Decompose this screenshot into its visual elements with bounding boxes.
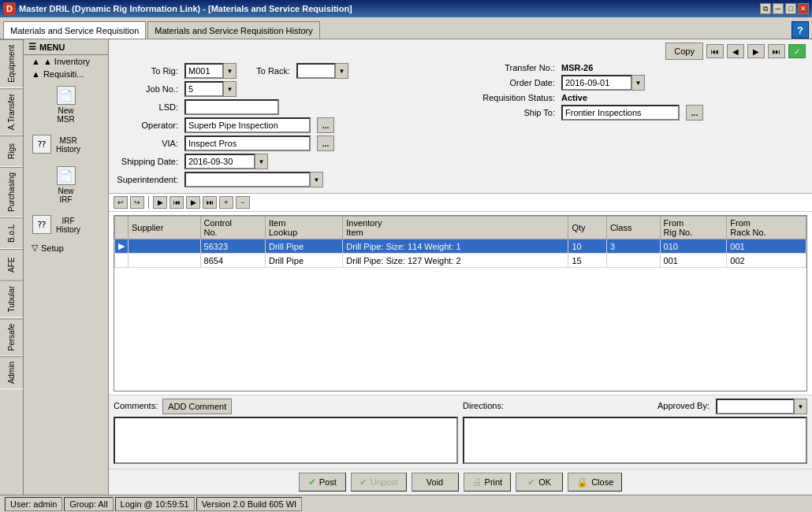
maximize-button[interactable]: □ <box>785 3 796 14</box>
tab-msr[interactable]: Materials and Service Requisition <box>3 21 146 39</box>
vtab-afe[interactable]: AFE <box>0 249 23 280</box>
post-button[interactable]: ✔ Post <box>299 473 346 492</box>
table-nav-next[interactable]: ▶ <box>186 196 200 209</box>
row-supplier[interactable] <box>129 239 201 254</box>
shipping-date-row: Shipping Date: ▼ <box>115 154 453 169</box>
nav-first-button[interactable]: ⏮ <box>706 44 724 58</box>
table-nav-first[interactable]: ⏮ <box>169 196 184 209</box>
operator-input[interactable] <box>184 117 311 133</box>
superintendent-dropdown[interactable]: ▼ <box>184 172 323 187</box>
ship-to-ellipsis-btn[interactable]: ... <box>686 105 703 121</box>
superintendent-dropdown-btn[interactable]: ▼ <box>311 172 323 187</box>
sidebar-item-setup[interactable]: ▽ Setup <box>24 241 108 254</box>
superintendent-row: Superintendent: ▼ <box>115 172 453 187</box>
sidebar-irf-history[interactable]: ⁇ IRFHistory <box>27 211 105 239</box>
row-control-no[interactable]: 8654 <box>200 254 265 268</box>
vtab-atransfer[interactable]: A.Transfer <box>0 88 23 135</box>
approved-by-input[interactable] <box>716 399 795 414</box>
print-button[interactable]: 🖨 Print <box>464 473 512 492</box>
to-rig-dropdown[interactable]: ▼ <box>184 63 237 79</box>
directions-textarea[interactable] <box>463 417 807 464</box>
collapse-icon2: ▲ <box>32 69 40 79</box>
unpost-label: Unpost <box>371 477 398 487</box>
table-nav-prev[interactable]: ▶ <box>153 196 167 209</box>
to-rack-input[interactable] <box>296 63 336 79</box>
row-item-lookup[interactable]: Drill Pipe <box>265 239 342 254</box>
job-no-dropdown-btn[interactable]: ▼ <box>224 81 237 97</box>
table-nav-remove[interactable]: − <box>236 196 250 209</box>
table-nav-add[interactable]: + <box>219 196 233 209</box>
vtab-persafe[interactable]: Persafe <box>0 318 23 356</box>
unpost-button[interactable]: ✔ Unpost <box>351 473 407 492</box>
table-nav-undo[interactable]: ↩ <box>114 196 128 209</box>
vtab-admin[interactable]: Admin <box>0 356 23 389</box>
order-date-input[interactable] <box>561 75 632 91</box>
to-rig-input[interactable] <box>184 63 224 79</box>
row-inventory-item[interactable]: Drill Pipe: Size: 114 Weight: 1 <box>343 239 568 254</box>
lsd-input[interactable] <box>184 99 279 115</box>
row-from-rig[interactable]: 010 <box>660 239 727 254</box>
sidebar-new-irf[interactable]: 📄 NewIRF <box>27 162 105 208</box>
to-rig-dropdown-btn[interactable]: ▼ <box>224 63 237 79</box>
add-comment-button[interactable]: ADD Comment <box>162 399 232 414</box>
shipping-date-dropdown-btn[interactable]: ▼ <box>255 154 268 169</box>
sidebar-item-requisiti[interactable]: ▲ Requisiti... <box>24 68 108 80</box>
row-qty[interactable]: 10 <box>568 239 606 254</box>
row-from-rig[interactable]: 001 <box>660 254 727 268</box>
vtab-purchasing[interactable]: Purchasing <box>0 167 23 217</box>
row-class[interactable] <box>606 254 660 268</box>
minimize-button[interactable]: ─ <box>773 3 784 14</box>
row-from-rack[interactable]: 002 <box>727 254 806 268</box>
help-button[interactable]: ? <box>792 21 809 39</box>
nav-prev-button[interactable]: ◀ <box>727 44 744 58</box>
row-qty[interactable]: 15 <box>568 254 606 268</box>
nav-next-button[interactable]: ▶ <box>747 44 765 58</box>
row-inventory-item[interactable]: Drill Pipe: Size: 127 Weight: 2 <box>343 254 568 268</box>
approved-by-dropdown[interactable]: ▼ <box>716 399 807 414</box>
job-no-input[interactable] <box>184 81 224 97</box>
row-from-rack[interactable]: 001 <box>727 239 806 254</box>
post-icon: ✔ <box>308 477 316 488</box>
vtab-tubular[interactable]: Tubular <box>0 280 23 318</box>
approved-by-dropdown-btn[interactable]: ▼ <box>795 399 807 414</box>
void-button[interactable]: Void <box>412 473 459 492</box>
table-nav-redo[interactable]: ↪ <box>130 196 144 209</box>
window-controls[interactable]: ⧉ ─ □ ✕ <box>760 3 809 14</box>
sidebar-msr-history[interactable]: ⁇ MSRHistory <box>27 131 105 159</box>
vtab-equipment[interactable]: Equipment <box>0 39 23 88</box>
sidebar-item-inventory[interactable]: ▲ ▲ Inventory <box>24 55 108 68</box>
row-class[interactable]: 3 <box>606 239 660 254</box>
operator-ellipsis-btn[interactable]: ... <box>317 117 334 133</box>
requisiti-label: Requisiti... <box>43 69 84 79</box>
shipping-date-input[interactable] <box>184 154 255 169</box>
job-no-dropdown[interactable]: ▼ <box>184 81 237 97</box>
via-ellipsis-btn[interactable]: ... <box>317 135 334 151</box>
row-item-lookup[interactable]: Drill Pipe <box>265 254 342 268</box>
vtab-bol[interactable]: B.o.L <box>0 217 23 249</box>
to-rack-dropdown-btn[interactable]: ▼ <box>336 63 348 79</box>
vtab-rigs[interactable]: Rigs <box>0 135 23 167</box>
table-row[interactable]: 8654 Drill Pipe Drill Pipe: Size: 127 We… <box>115 254 806 268</box>
ok-button[interactable]: ✔ OK <box>516 473 563 492</box>
comments-textarea[interactable] <box>114 417 458 464</box>
sidebar-new-msr[interactable]: 📄 NewMSR <box>27 82 105 128</box>
shipping-date-dropdown[interactable]: ▼ <box>184 154 268 169</box>
confirm-button[interactable]: ✓ <box>788 44 806 58</box>
order-date-dropdown-btn[interactable]: ▼ <box>632 75 645 91</box>
close-button[interactable]: ✕ <box>798 3 809 14</box>
tab-msr-history[interactable]: Materials and Service Requisition Histor… <box>147 21 320 39</box>
copy-button[interactable]: Copy <box>665 43 703 60</box>
table-nav-last[interactable]: ⏭ <box>203 196 217 209</box>
row-control-no[interactable]: 56323 <box>200 239 265 254</box>
order-date-dropdown[interactable]: ▼ <box>561 75 645 91</box>
to-rack-dropdown[interactable]: ▼ <box>296 63 348 79</box>
via-input[interactable] <box>184 135 311 151</box>
restore-button[interactable]: ⧉ <box>760 3 771 14</box>
nav-last-button[interactable]: ⏭ <box>768 44 785 58</box>
print-label: Print <box>485 477 503 487</box>
ship-to-input[interactable] <box>561 105 680 121</box>
superintendent-input[interactable] <box>184 172 311 187</box>
table-row[interactable]: ▶ 56323 Drill Pipe Drill Pipe: Size: 114… <box>115 239 806 254</box>
close-button[interactable]: 🔒 Close <box>568 473 622 492</box>
row-supplier[interactable] <box>129 254 201 268</box>
